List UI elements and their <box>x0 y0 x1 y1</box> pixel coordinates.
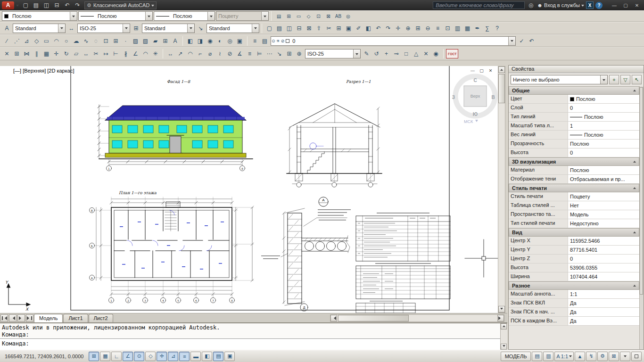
facade-door[interactable] <box>170 136 181 153</box>
stretch-icon[interactable]: ↔ <box>81 49 91 59</box>
color-combo[interactable]: Послою <box>2 11 77 21</box>
hatch-icon[interactable]: ▨ <box>131 36 140 46</box>
snap-toggle[interactable]: ⊞ <box>89 352 99 361</box>
zoom-window-icon[interactable]: ⊞ <box>413 23 423 33</box>
viewcube-south[interactable]: Ю <box>473 112 478 117</box>
properties-palette-title[interactable]: Свойства <box>509 66 644 73</box>
help-icon[interactable]: ? <box>492 23 502 33</box>
lineweight-combo[interactable]: Послою <box>154 11 215 21</box>
collapse-icon[interactable] <box>633 186 636 189</box>
revision-cloud-icon[interactable]: ☁ <box>71 36 81 46</box>
facade-drawing[interactable]: Фасад 1—8 <box>98 79 253 171</box>
property-value-cell[interactable]: Модель <box>568 210 639 219</box>
quick-leader-icon[interactable]: ↘ <box>274 49 284 59</box>
save-icon[interactable]: ◫ <box>41 0 51 10</box>
group-icon[interactable]: ▣ <box>235 36 245 46</box>
dim-edit-icon[interactable]: ✎ <box>362 49 372 59</box>
property-value-cell[interactable]: Да <box>568 299 639 307</box>
construction-line-icon[interactable]: ⋰ <box>12 36 22 46</box>
facade-base[interactable] <box>105 153 246 157</box>
unisolate-objects-icon[interactable]: ◎ <box>225 36 235 46</box>
collapse-icon[interactable] <box>633 159 636 163</box>
table-icon[interactable]: ⊞ <box>160 36 170 46</box>
move-icon[interactable]: ✛ <box>51 49 61 59</box>
snap-to-intersection-icon[interactable]: ✕ <box>421 49 431 59</box>
property-row[interactable]: Прозрачность Послою <box>509 140 639 148</box>
next-tab-button[interactable] <box>17 314 25 322</box>
property-value-cell[interactable]: Поцвету <box>568 192 639 201</box>
copy-icon[interactable]: ⊞ <box>12 49 22 59</box>
property-row[interactable]: Таблица стилей ... Нет <box>509 201 639 210</box>
property-value-cell[interactable]: 0 <box>568 148 639 157</box>
property-value-cell[interactable]: Послою <box>568 113 639 121</box>
property-row[interactable]: Высота 0 <box>509 148 639 157</box>
gost-toolbar-icon[interactable]: ГОСТ <box>446 49 458 58</box>
property-value-cell[interactable]: Да <box>568 317 639 325</box>
drawing-canvas[interactable]: [—] [Верхняя] [2D каркас] —▢✕ Фасад 1—8 <box>0 66 498 313</box>
property-row[interactable]: Знак ПСК в нач. ... Да <box>509 308 639 317</box>
circle-icon[interactable]: ○ <box>61 36 71 46</box>
property-row[interactable]: Знак ПСК ВКЛ Да <box>509 299 639 308</box>
text-style-icon[interactable]: A <box>2 23 12 33</box>
viewports-dialog-icon[interactable]: ⊞ <box>284 11 294 21</box>
drawing-canvas-svg[interactable]: Фасад 1—8 <box>0 66 498 313</box>
undo-icon[interactable]: ↶ <box>373 23 383 33</box>
viewcube-east[interactable]: В <box>491 95 495 100</box>
new-icon[interactable]: ▢ <box>264 23 274 33</box>
sign-in-button[interactable]: ☻ Вход в службы <box>537 2 584 8</box>
layer-states-manager-icon[interactable]: ▤ <box>260 36 270 46</box>
quickcalc-icon[interactable]: ∑ <box>482 23 492 33</box>
dimension-style-dropdown-button[interactable] <box>353 49 360 58</box>
convert-to-viewport-icon[interactable]: ⊡ <box>314 11 323 21</box>
chamfer-icon[interactable]: ∠ <box>131 49 140 59</box>
markup-set-manager-icon[interactable]: ✒ <box>472 23 482 33</box>
toolbar-lock-icon[interactable]: ⊠ <box>609 352 619 361</box>
property-row[interactable]: Масштаб аннота... 1:1 <box>509 290 639 299</box>
property-row[interactable]: Пространство та... Модель <box>509 210 639 219</box>
viewport-close-icon[interactable]: ✕ <box>487 67 494 74</box>
tab-model[interactable]: Модель <box>34 314 63 322</box>
layer-properties-manager-icon[interactable]: ≡ <box>250 36 260 46</box>
property-row[interactable]: Отображение тени Отбрасываемая и пр... <box>509 175 639 184</box>
clip-viewport-icon[interactable]: ⊠ <box>323 11 333 21</box>
pan-icon[interactable]: ✛ <box>393 23 403 33</box>
canvas-vertical-scrollbar[interactable] <box>498 66 505 313</box>
quick-properties-toggle[interactable]: ▤ <box>213 352 223 361</box>
text-style-combo[interactable]: Standard <box>13 24 66 33</box>
dim-jogged-icon[interactable]: ≀ <box>215 49 225 59</box>
dyn-toggle[interactable]: ≡ <box>179 352 190 361</box>
plan-drawing[interactable]: План 1—го этажа <box>90 190 254 303</box>
property-value-cell[interactable]: Послою <box>568 95 639 103</box>
property-value-cell[interactable]: 107404.464 <box>568 272 639 281</box>
workspace-switch-icon[interactable]: ⚙ <box>597 352 608 361</box>
dim-style-icon[interactable]: ↔ <box>66 23 76 33</box>
osnap3d-toggle[interactable]: ◇ <box>145 352 156 361</box>
tab-layout1[interactable]: Лист1 <box>63 314 88 322</box>
previous-tab-button[interactable] <box>9 314 17 322</box>
section-drawing[interactable]: Разрез 1—1 <box>287 79 382 187</box>
object-type-selector[interactable]: Ничего не выбрано <box>511 75 608 84</box>
grid-toggle[interactable]: ▦ <box>100 352 110 361</box>
scroll-up-button[interactable] <box>498 66 505 73</box>
dim-ordinate-icon[interactable]: ⌐ <box>195 49 205 59</box>
property-value-cell[interactable]: Послою <box>568 166 639 174</box>
dimension-style-combo[interactable]: ISO-25 <box>305 49 361 58</box>
canvas-horizontal-scrollbar[interactable] <box>330 314 504 322</box>
property-value-cell[interactable]: Да <box>568 308 639 316</box>
linetype-dropdown-button[interactable] <box>145 12 152 20</box>
find-replace-icon[interactable]: ◎ <box>343 11 353 21</box>
extend-icon[interactable]: ↦ <box>101 49 111 59</box>
new-icon[interactable]: ▢ <box>21 0 31 10</box>
property-value-cell[interactable]: 53906.0355 <box>568 263 639 272</box>
osnap-settings-icon[interactable]: ◉ <box>431 49 441 59</box>
minimize-button[interactable]: — <box>609 3 619 8</box>
dim-linear-icon[interactable]: ↔ <box>165 49 175 59</box>
viewport-controls-label[interactable]: [—] [Верхняя] [2D каркас] <box>13 68 74 74</box>
property-value-cell[interactable]: Послою <box>568 131 639 139</box>
property-value-cell[interactable]: 87716.5401 <box>568 246 639 254</box>
property-row[interactable]: Цвет Послою <box>509 95 639 104</box>
property-value-cell[interactable]: 115952.5466 <box>568 237 639 245</box>
help-icon[interactable]: ? <box>595 2 603 9</box>
plot-preview-icon[interactable]: ⊠ <box>304 23 314 33</box>
properties-palette-icon[interactable]: ≡ <box>433 23 443 33</box>
